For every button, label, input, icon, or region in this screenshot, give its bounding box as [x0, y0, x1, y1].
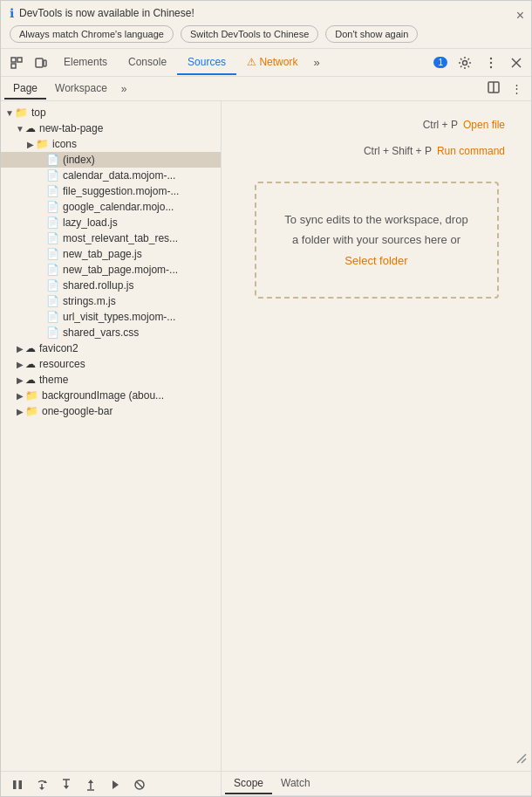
inspect-icon[interactable] — [4, 52, 29, 73]
tree-item-icons[interactable]: 📁 icons — [1, 136, 221, 152]
tab-page[interactable]: Page — [4, 79, 46, 100]
step-out-button[interactable] — [79, 775, 102, 797]
switch-devtools-button[interactable]: Switch DevTools to Chinese — [181, 25, 318, 43]
tab-network[interactable]: Network — [236, 51, 308, 75]
svg-line-14 — [522, 759, 526, 763]
run-command-link[interactable]: Run command — [437, 145, 505, 157]
select-folder-link[interactable]: Select folder — [344, 254, 407, 267]
tree-item-url-visit[interactable]: 📄 url_visit_types.mojom-... — [1, 309, 221, 325]
svg-rect-2 — [11, 64, 16, 68]
tree-item-most-relevant[interactable]: 📄 most_relevant_tab_res... — [1, 230, 221, 246]
notification-close-button[interactable]: × — [516, 8, 524, 24]
open-file-link[interactable]: Open file — [463, 119, 505, 131]
tab-scope[interactable]: Scope — [225, 773, 272, 794]
tree-label-top: top — [31, 106, 46, 119]
tree-item-ntp-js[interactable]: 📄 new_tab_page.js — [1, 246, 221, 262]
tree-item-background-image[interactable]: 📁 backgroundImage (abou... — [1, 388, 221, 403]
tree-item-shared-rollup[interactable]: 📄 shared.rollup.js — [1, 278, 221, 293]
arrow-icons — [25, 140, 36, 149]
tree-label-google-calendar: google_calendar.mojo... — [63, 201, 174, 213]
arrow-favicon2 — [15, 344, 25, 354]
tree-item-lazy-load[interactable]: 📄 lazy_load.js — [1, 215, 221, 230]
settings-button[interactable] — [453, 52, 477, 73]
always-match-button[interactable]: Always match Chrome's language — [10, 25, 174, 43]
arrow-resources — [15, 360, 25, 369]
step-over-button[interactable] — [31, 775, 53, 797]
tree-item-one-google-bar[interactable]: 📁 one-google-bar — [1, 403, 221, 419]
tree-label-ntp-mojom: new_tab_page.mojom-... — [63, 264, 178, 276]
deactivate-breakpoints-button[interactable] — [128, 775, 151, 797]
dont-show-button[interactable]: Don't show again — [325, 25, 418, 43]
tab-workspace[interactable]: Workspace — [46, 79, 116, 100]
notification-buttons: Always match Chrome's language Switch De… — [10, 25, 505, 43]
shortcut-ctrl-shift-p-key: Ctrl + Shift + P — [364, 145, 432, 157]
tree-label-theme: theme — [39, 374, 68, 386]
tree-item-shared-vars[interactable]: 📄 shared_vars.css — [1, 325, 221, 340]
tree-item-theme[interactable]: ☁ theme — [1, 372, 221, 388]
folder-cloud-resources: ☁ — [25, 358, 36, 370]
tab-elements[interactable]: Elements — [53, 51, 118, 75]
tree-item-calendar[interactable]: 📄 calendar_data.mojom-... — [1, 168, 221, 183]
svg-point-5 — [463, 60, 467, 65]
arrow-one-google-bar — [15, 407, 25, 416]
tree-label-url-visit: url_visit_types.mojom-... — [63, 311, 175, 323]
tree-item-favicon2[interactable]: ☁ favicon2 — [1, 340, 221, 356]
sub-tabs-bar: Page Workspace » ⋮ — [1, 77, 531, 101]
shortcut-ctrl-p-key: Ctrl + P — [423, 119, 458, 131]
svg-line-13 — [517, 754, 526, 763]
tree-item-strings[interactable]: 📄 strings.m.js — [1, 293, 221, 309]
arrow-new-tab-page — [15, 124, 25, 134]
devtools-menu-button[interactable] — [479, 52, 503, 73]
notification-title: ℹ DevTools is now available in Chinese! — [10, 6, 505, 20]
tab-watch[interactable]: Watch — [272, 773, 319, 794]
tree-item-google-calendar[interactable]: 📄 google_calendar.mojo... — [1, 199, 221, 215]
svg-rect-0 — [11, 58, 16, 62]
tab-sources[interactable]: Sources — [177, 51, 236, 75]
tree-item-top[interactable]: 📁 top — [1, 105, 221, 120]
debugger-panel: Breakpoints Pause on uncaught exceptions… — [1, 772, 222, 797]
notification-badge: 1 — [433, 57, 447, 68]
tree-label-one-google-bar: one-google-bar — [42, 405, 113, 417]
tab-console[interactable]: Console — [118, 51, 177, 75]
tree-item-index[interactable]: 📄 (index) — [1, 152, 221, 168]
workspace-panel: Ctrl + P Open file Ctrl + Shift + P Run … — [222, 101, 531, 771]
arrow-theme — [15, 375, 25, 385]
step-into-button[interactable] — [55, 775, 78, 797]
svg-marker-19 — [39, 787, 44, 790]
file-icon-google-calendar: 📄 — [46, 201, 59, 213]
folder-icon: 📁 — [15, 106, 28, 119]
tree-item-new-tab-page[interactable]: ☁ new-tab-page — [1, 120, 221, 136]
tree-item-file-suggestion[interactable]: 📄 file_suggestion.mojom-... — [1, 183, 221, 199]
folder-icon-one-google-bar: 📁 — [25, 405, 38, 417]
folder-cloud-icon: ☁ — [25, 122, 36, 134]
resize-handle[interactable] — [515, 752, 528, 767]
info-icon: ℹ — [10, 6, 14, 20]
tree-label-favicon2: favicon2 — [39, 342, 78, 354]
top-tabs-bar: Elements Console Sources Network » 1 — [1, 49, 531, 77]
drop-text-1: To sync edits to the workspace, drop — [284, 213, 467, 226]
tree-label-shared-rollup: shared.rollup.js — [63, 279, 133, 292]
device-icon[interactable] — [29, 52, 53, 73]
shortcut-run-command: Ctrl + Shift + P Run command — [364, 145, 505, 157]
tree-label-most-relevant: most_relevant_tab_res... — [63, 232, 178, 244]
notification-text: DevTools is now available in Chinese! — [19, 7, 194, 19]
scope-panel: Scope Watch Not paused — [222, 772, 531, 797]
drop-text-2: a folder with your sources here or — [292, 233, 460, 246]
shortcut-open-file: Ctrl + P Open file — [423, 119, 505, 131]
pause-resume-button[interactable] — [6, 775, 29, 797]
drop-zone[interactable]: To sync edits to the workspace, drop a f… — [255, 182, 499, 299]
file-icon-shared-rollup: 📄 — [46, 279, 59, 292]
close-devtools-button[interactable] — [505, 53, 528, 72]
tree-item-resources[interactable]: ☁ resources — [1, 356, 221, 372]
arrow-top — [4, 108, 15, 118]
more-tabs-button[interactable]: » — [308, 52, 324, 72]
svg-rect-16 — [19, 780, 23, 789]
file-tree-panel: 📁 top ☁ new-tab-page 📁 icons 📄 (index) 📄… — [1, 101, 222, 771]
subtab-options-button[interactable]: ⋮ — [506, 80, 528, 97]
tree-item-ntp-mojom[interactable]: 📄 new_tab_page.mojom-... — [1, 262, 221, 278]
folder-cloud-theme: ☁ — [25, 374, 36, 386]
step-button[interactable] — [104, 775, 126, 797]
more-subtabs-button[interactable]: » — [116, 81, 133, 97]
panel-toggle-button[interactable] — [481, 79, 506, 99]
tree-label-lazy-load: lazy_load.js — [63, 216, 118, 229]
